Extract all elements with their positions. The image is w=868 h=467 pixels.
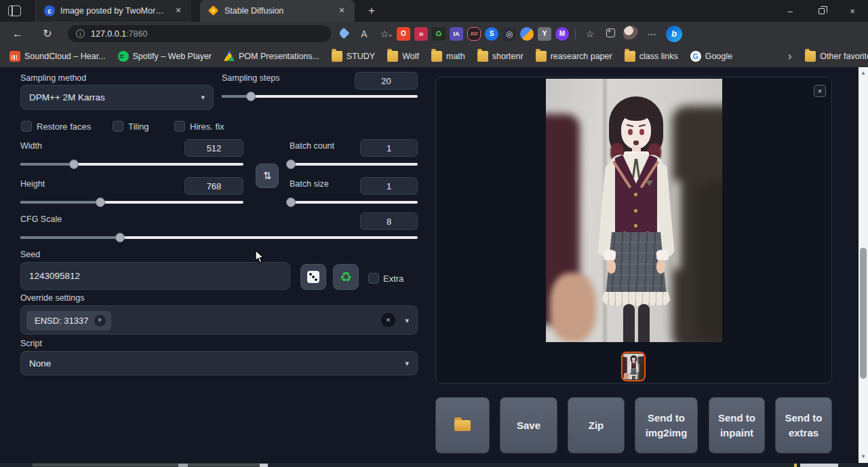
batch-size-slider[interactable] xyxy=(290,198,418,207)
bookmark-pom[interactable]: POM Presentations... xyxy=(224,51,319,62)
bookmark-folder-shortenr[interactable]: shortenr xyxy=(477,51,524,62)
send-to-inpaint-button[interactable]: Send to inpaint xyxy=(709,397,765,453)
save-button[interactable]: Save xyxy=(500,397,557,453)
bookmark-folder-math[interactable]: math xyxy=(431,51,465,62)
batch-size-label: Batch size xyxy=(290,179,329,189)
slider-handle[interactable] xyxy=(286,160,296,169)
site-info-icon[interactable]: i xyxy=(76,29,85,38)
random-seed-button[interactable] xyxy=(300,264,326,290)
bookmark-other-favorites[interactable]: Other favorites xyxy=(805,51,868,62)
tab-title: Image posted by TwoMoreTimes xyxy=(60,6,167,16)
extension-icon-3[interactable]: ♻ xyxy=(432,27,446,41)
sampling-method-dropdown[interactable]: DPM++ 2M Karras▾ xyxy=(20,85,214,110)
cfg-scale-input[interactable]: 8 xyxy=(360,212,418,230)
back-icon[interactable]: ← xyxy=(8,28,27,40)
extension-icon-6[interactable]: S xyxy=(485,27,498,41)
url-host: 127.0.0.1 xyxy=(91,29,126,39)
chevron-down-icon[interactable]: ▾ xyxy=(405,316,409,325)
gradio-favicon-icon xyxy=(208,5,219,16)
gallery-thumbnail[interactable] xyxy=(621,352,646,381)
batch-size-input[interactable]: 1 xyxy=(360,177,418,195)
override-chip[interactable]: ENSD: 31337 × xyxy=(26,311,111,331)
generated-image[interactable] xyxy=(546,79,722,342)
bookmark-folder-wolf[interactable]: Wolf xyxy=(387,51,419,62)
extension-icon-4[interactable]: IA xyxy=(450,27,463,41)
bookmarks-overflow-icon[interactable]: › xyxy=(788,50,791,62)
chip-remove-icon[interactable]: × xyxy=(94,315,106,326)
slider-handle[interactable] xyxy=(115,233,125,242)
sampling-steps-slider[interactable] xyxy=(222,92,418,101)
horizontal-scrollbar-thumb[interactable] xyxy=(33,464,264,466)
minimize-button[interactable]: – xyxy=(774,0,806,22)
seed-input[interactable]: 1243095812 xyxy=(20,262,290,290)
bookmark-folder-reasearch-paper[interactable]: reasearch paper xyxy=(536,51,612,62)
profile-avatar[interactable] xyxy=(623,26,639,41)
clear-all-icon[interactable]: × xyxy=(381,313,395,327)
address-bar[interactable]: i 127.0.0.1:7860 xyxy=(68,25,331,42)
workspaces-icon[interactable] xyxy=(8,5,21,16)
slider-handle[interactable] xyxy=(69,160,79,169)
open-folder-button[interactable] xyxy=(435,397,490,453)
extension-icon-2[interactable]: » xyxy=(414,27,428,41)
new-tab-button[interactable]: + xyxy=(363,3,380,19)
bookmark-google[interactable]: GGoogle xyxy=(690,51,732,62)
width-input[interactable]: 512 xyxy=(184,139,243,157)
slider-handle[interactable] xyxy=(286,198,296,207)
shopping-tag-icon[interactable] xyxy=(334,29,354,39)
vertical-scrollbar[interactable]: ▲ ▼ xyxy=(859,67,868,467)
bookmark-soundcloud[interactable]: SoundCloud – Hear... xyxy=(9,51,106,62)
refresh-icon[interactable]: ↻ xyxy=(38,27,57,40)
extension-icon-8[interactable] xyxy=(520,27,534,41)
batch-count-slider[interactable] xyxy=(290,160,418,169)
tiling-checkbox[interactable] xyxy=(113,121,123,132)
scrollbar-thumb[interactable] xyxy=(860,248,867,379)
bookmarks-bar: SoundCloud – Hear... Spotify – Web Playe… xyxy=(0,45,868,67)
restore-button[interactable] xyxy=(806,0,837,22)
height-input[interactable]: 768 xyxy=(184,177,243,195)
collections-add-icon[interactable] xyxy=(600,29,620,39)
read-aloud-icon[interactable]: A xyxy=(354,29,374,39)
bookmark-folder-class-links[interactable]: class links xyxy=(625,51,678,62)
favorites-hub-icon[interactable]: ☆ xyxy=(580,29,600,39)
restore-icon xyxy=(818,8,825,14)
extension-icon-10[interactable]: M xyxy=(555,27,569,41)
browser-toolbar: ← ↻ i 127.0.0.1:7860 A ☆ O » ♻ IA AD S ◎… xyxy=(0,22,868,45)
send-to-img2img-button[interactable]: Send to img2img xyxy=(635,397,698,453)
batch-count-input[interactable]: 1 xyxy=(360,139,418,157)
extension-icon-9[interactable]: Y xyxy=(538,27,551,41)
tab-close-icon[interactable]: × xyxy=(172,5,184,17)
bookmark-folder-study[interactable]: STUDY xyxy=(332,51,375,62)
sampling-steps-input[interactable]: 20 xyxy=(355,72,418,90)
browser-window: c Image posted by TwoMoreTimes × Stable … xyxy=(0,0,868,467)
bing-chat-icon[interactable]: b xyxy=(666,26,682,42)
extension-icon-1[interactable]: O xyxy=(397,27,410,41)
settings-menu-icon[interactable]: ⋯ xyxy=(642,29,662,39)
extension-icon-5[interactable]: AD xyxy=(467,27,481,41)
zip-button[interactable]: Zip xyxy=(568,397,625,453)
width-slider[interactable] xyxy=(20,160,243,169)
dice-icon xyxy=(307,271,319,283)
close-button[interactable]: × xyxy=(837,0,868,22)
cfg-scale-slider[interactable] xyxy=(20,233,418,242)
close-icon[interactable]: × xyxy=(814,85,826,97)
slider-handle[interactable] xyxy=(96,198,105,207)
send-to-extras-button[interactable]: Send to extras xyxy=(775,397,832,453)
folder-icon xyxy=(477,51,488,62)
reuse-seed-button[interactable]: ♻ xyxy=(333,264,359,290)
slider-handle[interactable] xyxy=(246,92,256,101)
bookmark-spotify[interactable]: Spotify – Web Player xyxy=(118,51,212,62)
tab-civitai[interactable]: c Image posted by TwoMoreTimes × xyxy=(35,0,191,22)
scroll-down-icon[interactable]: ▼ xyxy=(859,452,868,462)
tab-stable-diffusion[interactable]: Stable Diffusion × xyxy=(200,0,355,22)
extra-checkbox[interactable] xyxy=(368,273,379,284)
add-favorite-icon[interactable]: ☆ xyxy=(374,29,395,39)
restore-faces-checkbox[interactable] xyxy=(21,121,32,132)
hires-fix-checkbox[interactable] xyxy=(174,121,185,132)
extension-icon-7[interactable]: ◎ xyxy=(502,27,516,41)
override-settings-dropdown[interactable]: ENSD: 31337 × × ▾ xyxy=(20,305,418,335)
script-dropdown[interactable]: None▾ xyxy=(20,351,418,375)
height-slider[interactable] xyxy=(20,198,243,207)
tab-close-icon[interactable]: × xyxy=(336,5,348,17)
scroll-up-icon[interactable]: ▲ xyxy=(859,69,868,78)
swap-dimensions-button[interactable]: ⇅ xyxy=(256,164,279,188)
